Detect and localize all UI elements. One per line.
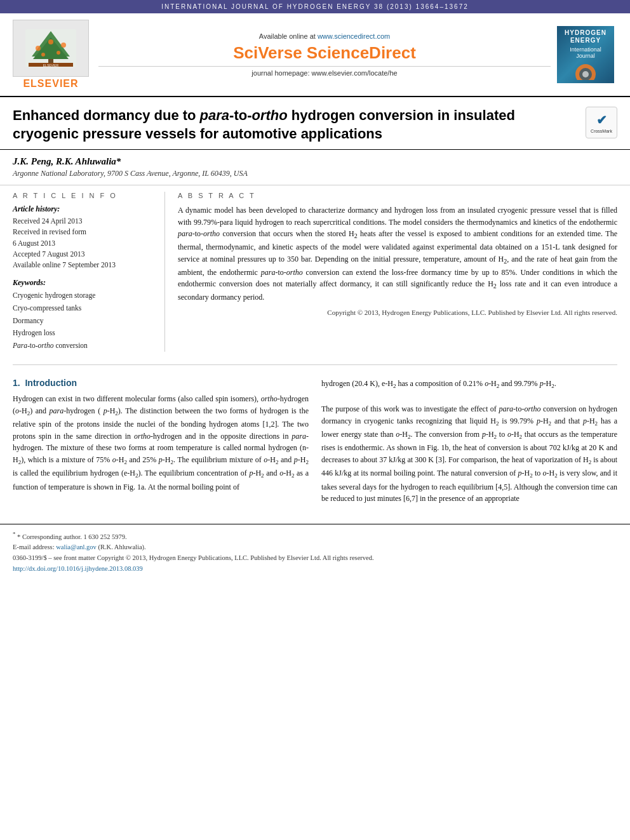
authors-section: J.K. Peng, R.K. Ahluwalia* Argonne Natio… [0, 150, 630, 185]
keywords-block: Keywords: Cryogenic hydrogen storage Cry… [13, 278, 155, 352]
email-footnote: E-mail address: walia@anl.gov (R.K. Ahlu… [13, 542, 617, 553]
journal-name: INTERNATIONAL JOURNAL OF HYDROGEN ENERGY… [161, 3, 469, 10]
abstract-header: A B S T R A C T [178, 192, 617, 199]
header-center: Available online at www.sciencedirect.co… [98, 32, 551, 77]
body-left-text: Hydrogen can exist in two different mole… [13, 393, 309, 493]
journal-homepage: journal homepage: www.elsevier.com/locat… [98, 66, 551, 77]
footer-section: * * Corresponding author. 1 630 252 5979… [0, 524, 630, 580]
body-section: 1. Introduction Hydrogen can exist in tw… [0, 371, 630, 511]
article-title-section: Enhanced dormancy due to para-to-ortho h… [0, 97, 630, 150]
svg-point-13 [582, 71, 589, 77]
article-info-abstract-section: A R T I C L E I N F O Article history: R… [0, 185, 630, 358]
svg-text:ELSEVIER: ELSEVIER [43, 63, 59, 67]
footnote-star: * [13, 531, 15, 537]
revised-label: Received in revised form [13, 227, 155, 237]
received-date: Received 24 April 2013 [13, 216, 155, 227]
journal-header-bar: INTERNATIONAL JOURNAL OF HYDROGEN ENERGY… [0, 0, 630, 13]
sciverse-logo: SciVerse ScienceDirect [233, 43, 416, 63]
crossmark-icon: ✔ [596, 112, 607, 128]
keyword-5: Para-to-ortho conversion [13, 340, 155, 352]
article-title: Enhanced dormancy due to para-to-ortho h… [13, 107, 579, 143]
doi-line: http://dx.doi.org/10.1016/j.ijhydene.201… [13, 564, 617, 575]
svg-point-4 [36, 46, 41, 51]
keyword-1: Cryogenic hydrogen storage [13, 290, 155, 302]
elsevier-logo: ELSEVIER ELSEVIER [10, 20, 92, 90]
copyright-text: Copyright © 2013, Hydrogen Energy Public… [178, 309, 617, 316]
body-right-text: hydrogen (20.4 K), e-H2 has a compositio… [321, 378, 617, 505]
available-online-date: Available online 7 September 2013 [13, 260, 155, 270]
article-title-text: Enhanced dormancy due to para-to-ortho h… [13, 107, 579, 143]
available-online-text: Available online at www.sciencedirect.co… [259, 32, 390, 40]
journal-cover-image: HYDROGENENERGY International Journal [557, 26, 614, 83]
svg-point-8 [57, 51, 60, 55]
revised-date: 6 August 2013 [13, 238, 155, 249]
abstract-column: A B S T R A C T A dynamic model has been… [178, 192, 617, 352]
abstract-text: A dynamic model has been developed to ch… [178, 204, 617, 303]
keyword-3: Dormancy [13, 315, 155, 328]
journal-cover-title: HYDROGENENERGY [565, 29, 607, 44]
body-left-column: 1. Introduction Hydrogen can exist in tw… [13, 378, 309, 505]
crossmark-label: CrossMark [591, 129, 612, 133]
article-info-column: A R T I C L E I N F O Article history: R… [13, 192, 165, 352]
svg-point-6 [48, 39, 53, 44]
authors-names: J.K. Peng, R.K. Ahluwalia* [13, 156, 617, 167]
corresponding-author-footnote: * * Corresponding author. 1 630 252 5979… [13, 530, 617, 542]
crossmark-badge: ✔ CrossMark [586, 107, 617, 138]
sciencedirect-link[interactable]: www.sciencedirect.com [318, 32, 390, 40]
section-1-title: 1. Introduction [13, 378, 309, 388]
author-email-link[interactable]: walia@anl.gov [56, 543, 97, 550]
accepted-date: Accepted 7 August 2013 [13, 249, 155, 260]
section-divider [13, 364, 617, 365]
authors-affiliation: Argonne National Laboratory, 9700 S Cass… [13, 169, 617, 178]
keyword-4: Hydrogen loss [13, 327, 155, 340]
article-history-block: Article history: Received 24 April 2013 … [13, 204, 155, 270]
keywords-label: Keywords: [13, 278, 155, 288]
issn-line: 0360-3199/$ – see front matter Copyright… [13, 553, 617, 564]
article-info-header: A R T I C L E I N F O [13, 192, 155, 199]
svg-point-5 [61, 43, 66, 48]
doi-link[interactable]: http://dx.doi.org/10.1016/j.ijhydene.201… [13, 565, 143, 572]
although-text: Although [514, 483, 542, 491]
svg-point-7 [41, 53, 45, 57]
article-history-label: Article history: [13, 204, 155, 214]
header-section: ELSEVIER ELSEVIER Available online at ww… [0, 13, 630, 97]
elsevier-tree-logo: ELSEVIER [13, 20, 89, 77]
keyword-2: Cryo-compressed tanks [13, 302, 155, 315]
body-right-column: hydrogen (20.4 K), e-H2 has a compositio… [321, 378, 617, 505]
journal-cover-subtitle: International Journal [560, 46, 611, 59]
journal-cover-right: HYDROGENENERGY International Journal [557, 26, 620, 83]
elsevier-brand-text: ELSEVIER [23, 78, 78, 90]
